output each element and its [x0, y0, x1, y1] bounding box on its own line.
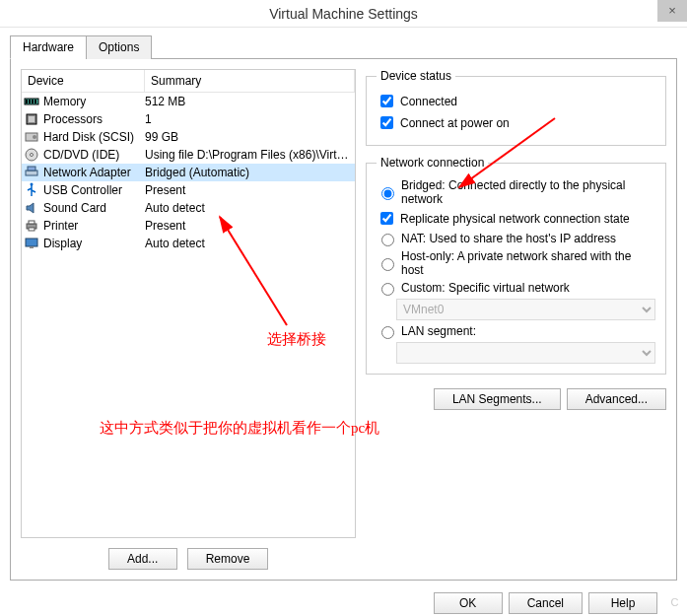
svg-rect-2 [29, 100, 31, 103]
custom-input[interactable] [381, 283, 394, 296]
tab-strip: Hardware Options [10, 35, 677, 59]
custom-select[interactable]: VMnet0 [396, 299, 655, 320]
title-bar: Virtual Machine Settings × [0, 0, 687, 28]
svg-rect-12 [28, 167, 35, 171]
device-list-panel: Device Summary Memory512 MBProcessors1Ha… [21, 69, 356, 570]
device-name: USB Controller [43, 183, 145, 197]
disk-icon [24, 129, 39, 145]
nat-input[interactable] [381, 234, 394, 246]
device-name: Hard Disk (SCSI) [43, 130, 145, 144]
printer-icon [24, 218, 39, 234]
replicate-input[interactable] [380, 212, 393, 225]
svg-point-10 [31, 154, 34, 157]
dialog-button-bar: OK Cancel Help [10, 581, 677, 614]
add-button[interactable]: Add... [108, 548, 177, 570]
cancel-button[interactable]: Cancel [509, 592, 583, 614]
device-buttons: Add... Remove [21, 538, 356, 570]
device-row-disk[interactable]: Hard Disk (SCSI)99 GB [22, 128, 355, 146]
network-connection-group: Network connection Bridged: Connected di… [366, 156, 666, 375]
replicate-label: Replicate physical network connection st… [400, 212, 630, 226]
connect-power-checkbox[interactable]: Connect at power on [377, 113, 655, 132]
device-row-net[interactable]: Network AdapterBridged (Automatic) [22, 164, 355, 181]
lan-label: LAN segment: [401, 324, 476, 338]
device-summary: Using file D:\Program Files (x86)\Virtua… [145, 148, 353, 162]
svg-point-8 [33, 135, 36, 139]
device-summary: 99 GB [145, 130, 353, 144]
close-button[interactable]: × [657, 0, 687, 22]
device-row-cd[interactable]: CD/DVD (IDE)Using file D:\Program Files … [22, 146, 355, 164]
lan-segments-button[interactable]: LAN Segments... [434, 388, 561, 410]
device-detail-panel: Device status Connected Connect at power… [366, 69, 666, 570]
window-title: Virtual Machine Settings [269, 6, 418, 22]
advanced-button[interactable]: Advanced... [567, 388, 666, 410]
device-table: Device Summary Memory512 MBProcessors1Ha… [21, 69, 356, 538]
network-connection-legend: Network connection [377, 156, 488, 170]
custom-select-wrap: VMnet0 [396, 299, 655, 320]
tab-panel-hardware: Device Summary Memory512 MBProcessors1Ha… [10, 58, 677, 581]
nat-radio[interactable]: NAT: Used to share the host's IP address [377, 231, 655, 246]
device-row-cpu[interactable]: Processors1 [22, 110, 355, 128]
hostonly-label: Host-only: A private network shared with… [401, 249, 655, 277]
tab-hardware[interactable]: Hardware [10, 35, 87, 59]
device-summary: Present [145, 219, 353, 233]
svg-rect-6 [29, 116, 34, 122]
device-name: Memory [43, 95, 145, 108]
display-icon [24, 236, 39, 251]
nat-label: NAT: Used to share the host's IP address [401, 232, 616, 245]
lan-input[interactable] [381, 326, 394, 339]
device-summary: 1 [145, 112, 353, 126]
ok-button[interactable]: OK [434, 592, 503, 614]
cpu-icon [24, 111, 39, 127]
bridged-input[interactable] [381, 187, 394, 200]
connected-checkbox[interactable]: Connected [377, 92, 655, 110]
device-status-group: Device status Connected Connect at power… [366, 69, 666, 146]
hostonly-input[interactable] [381, 258, 394, 271]
lan-radio[interactable]: LAN segment: [377, 323, 655, 339]
bridged-radio[interactable]: Bridged: Connected directly to the physi… [377, 178, 655, 206]
svg-rect-4 [34, 100, 36, 103]
help-button[interactable]: Help [588, 592, 657, 614]
svg-point-13 [31, 183, 34, 186]
connected-label: Connected [400, 95, 457, 108]
usb-icon [24, 182, 39, 198]
dialog-content: Hardware Options Device Summary Memory51… [0, 28, 687, 614]
device-name: Display [43, 237, 145, 250]
cd-icon [24, 147, 39, 163]
replicate-checkbox[interactable]: Replicate physical network connection st… [377, 209, 655, 228]
connect-power-input[interactable] [380, 116, 393, 129]
device-summary: Bridged (Automatic) [145, 166, 353, 179]
tab-options[interactable]: Options [86, 35, 152, 59]
lan-select-wrap [396, 342, 655, 364]
device-table-header: Device Summary [22, 70, 355, 93]
svg-rect-15 [29, 221, 34, 224]
device-name: Processors [43, 112, 145, 126]
device-row-sound[interactable]: Sound CardAuto detect [22, 199, 355, 217]
device-row-printer[interactable]: PrinterPresent [22, 217, 355, 235]
remove-button[interactable]: Remove [187, 548, 269, 570]
device-summary: Auto detect [145, 201, 353, 215]
device-summary: Present [145, 183, 353, 197]
header-device: Device [22, 70, 145, 92]
device-summary: 512 MB [145, 95, 353, 108]
device-row-display[interactable]: DisplayAuto detect [22, 235, 355, 252]
custom-label: Custom: Specific virtual network [401, 281, 570, 295]
device-name: Printer [43, 219, 145, 233]
device-row-memory[interactable]: Memory512 MB [22, 93, 355, 110]
connected-input[interactable] [380, 95, 393, 107]
network-extra-buttons: LAN Segments... Advanced... [366, 388, 666, 410]
memory-icon [24, 94, 39, 109]
net-icon [24, 165, 39, 180]
device-name: CD/DVD (IDE) [43, 148, 145, 162]
device-name: Network Adapter [43, 166, 145, 179]
watermark: C [671, 596, 679, 608]
hostonly-radio[interactable]: Host-only: A private network shared with… [377, 249, 655, 277]
svg-rect-18 [30, 246, 34, 248]
bridged-label: Bridged: Connected directly to the physi… [401, 178, 655, 206]
device-name: Sound Card [43, 201, 145, 215]
device-summary: Auto detect [145, 237, 353, 250]
lan-select[interactable] [396, 342, 655, 364]
device-row-usb[interactable]: USB ControllerPresent [22, 181, 355, 199]
sound-icon [24, 200, 39, 216]
svg-rect-16 [29, 228, 34, 231]
custom-radio[interactable]: Custom: Specific virtual network [377, 280, 655, 296]
